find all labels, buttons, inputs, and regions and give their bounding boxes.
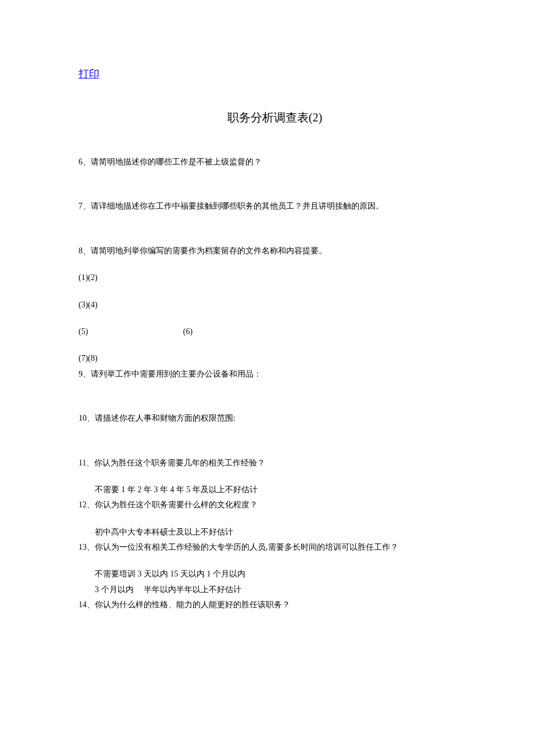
question-12: 12、你认为胜任这个职务需要什么样的文化程度？	[79, 499, 471, 511]
blank-5: (5)	[79, 325, 88, 338]
question-13-options-line2: 3 个月以内 半年以内半年以上不好估计	[95, 583, 471, 596]
question-10: 10、请描述你在人事和财物方面的权限范围:	[79, 412, 471, 425]
blank-row-1: (1)(2)	[79, 271, 471, 284]
question-13: 13、你认为一位没有相关工作经验的大专学历的人员,需要多长时间的培训可以胜任工作…	[79, 541, 471, 554]
blank-row-3: (5) (6)	[79, 325, 471, 338]
question-8: 8、请简明地列举你编写的需要作为档案留存的文件名称和内容提要。	[79, 245, 471, 257]
question-12-options: 初中高中大专本科硕士及以上不好估计	[95, 526, 471, 539]
question-7: 7、请详细地描述你在工作中福要接触到哪些职务的其他员工？并且讲明接触的原因。	[79, 200, 471, 213]
question-14: 14、你认为什么样的性格、能力的人能更好的胜任该职务？	[79, 599, 471, 611]
question-13-options-line1: 不需要培训 3 天以内 15 天以内 1 个月以内	[95, 568, 471, 581]
blank-row-2: (3)(4)	[79, 299, 471, 311]
question-6: 6、请简明地描述你的哪些工作是不被上级监督的？	[79, 156, 471, 169]
document-title: 职务分析调查表(2)	[79, 110, 471, 126]
print-link[interactable]: 打印	[79, 67, 99, 81]
blank-6: (6)	[183, 325, 192, 338]
question-11: 11、你认为胜任这个职务需要几年的相关工作经验？	[79, 457, 471, 470]
question-9: 9、请列举工作中需要用到的主要办公设备和用品：	[79, 368, 471, 381]
question-11-options: 不需要 1 年 2 年 3 年 4 年 5 年及以上不好估计	[95, 483, 471, 496]
blank-row-4: (7)(8)	[79, 352, 471, 365]
